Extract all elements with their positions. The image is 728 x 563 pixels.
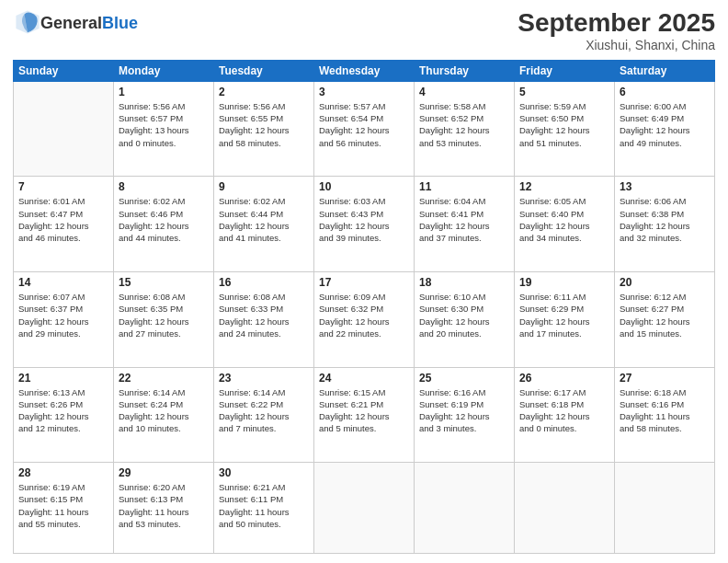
calendar-cell: 11Sunrise: 6:04 AM Sunset: 6:41 PM Dayli… [415, 177, 515, 272]
calendar-cell: 8Sunrise: 6:02 AM Sunset: 6:46 PM Daylig… [114, 177, 214, 272]
day-info: Sunrise: 5:56 AM Sunset: 6:57 PM Dayligh… [119, 100, 209, 149]
calendar-cell: 26Sunrise: 6:17 AM Sunset: 6:18 PM Dayli… [515, 367, 615, 463]
calendar-header: SundayMondayTuesdayWednesdayThursdayFrid… [14, 60, 715, 81]
calendar-cell: 15Sunrise: 6:08 AM Sunset: 6:35 PM Dayli… [114, 271, 214, 367]
day-info: Sunrise: 6:16 AM Sunset: 6:19 PM Dayligh… [419, 386, 509, 435]
calendar-week-5: 28Sunrise: 6:19 AM Sunset: 6:15 PM Dayli… [14, 463, 715, 554]
day-info: Sunrise: 6:08 AM Sunset: 6:35 PM Dayligh… [119, 291, 209, 339]
calendar-cell: 7Sunrise: 6:01 AM Sunset: 6:47 PM Daylig… [14, 177, 114, 272]
day-info: Sunrise: 6:01 AM Sunset: 6:47 PM Dayligh… [18, 195, 108, 244]
day-number: 15 [119, 276, 209, 289]
day-info: Sunrise: 6:12 AM Sunset: 6:27 PM Dayligh… [620, 291, 710, 339]
calendar-cell: 14Sunrise: 6:07 AM Sunset: 6:37 PM Dayli… [14, 271, 114, 367]
calendar-cell: 28Sunrise: 6:19 AM Sunset: 6:15 PM Dayli… [14, 463, 114, 554]
day-number: 9 [219, 180, 309, 193]
day-number: 19 [519, 276, 609, 289]
day-info: Sunrise: 6:10 AM Sunset: 6:30 PM Dayligh… [419, 291, 509, 339]
calendar-cell [314, 463, 415, 554]
day-number: 23 [219, 372, 309, 385]
calendar-cell: 25Sunrise: 6:16 AM Sunset: 6:19 PM Dayli… [415, 367, 515, 463]
day-number: 1 [119, 86, 209, 98]
day-number: 13 [620, 180, 710, 193]
day-number: 16 [219, 276, 309, 289]
calendar-cell: 27Sunrise: 6:18 AM Sunset: 6:16 PM Dayli… [615, 367, 715, 463]
calendar-cell: 19Sunrise: 6:11 AM Sunset: 6:29 PM Dayli… [515, 271, 615, 367]
day-info: Sunrise: 6:04 AM Sunset: 6:41 PM Dayligh… [419, 195, 509, 244]
day-number: 24 [319, 372, 409, 385]
calendar-cell: 1Sunrise: 5:56 AM Sunset: 6:57 PM Daylig… [114, 81, 214, 177]
day-info: Sunrise: 6:11 AM Sunset: 6:29 PM Dayligh… [519, 291, 609, 339]
day-number: 11 [419, 180, 509, 193]
header: General Blue September 2025 Xiushui, Sha… [13, 9, 715, 52]
day-header-sunday: Sunday [14, 60, 114, 81]
day-number: 22 [119, 372, 209, 385]
calendar-cell [415, 463, 515, 554]
day-number: 4 [419, 86, 509, 98]
day-info: Sunrise: 6:19 AM Sunset: 6:15 PM Dayligh… [18, 481, 108, 530]
day-number: 7 [18, 180, 108, 193]
day-info: Sunrise: 6:21 AM Sunset: 6:11 PM Dayligh… [219, 481, 309, 530]
calendar-cell: 5Sunrise: 5:59 AM Sunset: 6:50 PM Daylig… [515, 81, 615, 177]
calendar-cell: 24Sunrise: 6:15 AM Sunset: 6:21 PM Dayli… [314, 367, 415, 463]
calendar-cell: 22Sunrise: 6:14 AM Sunset: 6:24 PM Dayli… [114, 367, 214, 463]
day-header-monday: Monday [114, 60, 214, 81]
calendar-cell: 21Sunrise: 6:13 AM Sunset: 6:26 PM Dayli… [14, 367, 114, 463]
calendar-cell: 18Sunrise: 6:10 AM Sunset: 6:30 PM Dayli… [415, 271, 515, 367]
calendar-cell: 3Sunrise: 5:57 AM Sunset: 6:54 PM Daylig… [314, 81, 415, 177]
day-info: Sunrise: 6:05 AM Sunset: 6:40 PM Dayligh… [519, 195, 609, 244]
logo-icon [15, 9, 40, 35]
day-number: 10 [319, 180, 409, 193]
day-number: 17 [319, 276, 409, 289]
calendar-cell: 17Sunrise: 6:09 AM Sunset: 6:32 PM Dayli… [314, 271, 415, 367]
day-info: Sunrise: 6:06 AM Sunset: 6:38 PM Dayligh… [620, 195, 710, 244]
day-info: Sunrise: 5:57 AM Sunset: 6:54 PM Dayligh… [319, 100, 409, 149]
calendar-week-4: 21Sunrise: 6:13 AM Sunset: 6:26 PM Dayli… [14, 367, 715, 463]
day-info: Sunrise: 5:56 AM Sunset: 6:55 PM Dayligh… [219, 100, 309, 149]
title-area: September 2025 Xiushui, Shanxi, China [518, 9, 715, 52]
calendar-cell: 30Sunrise: 6:21 AM Sunset: 6:11 PM Dayli… [214, 463, 314, 554]
calendar-week-3: 14Sunrise: 6:07 AM Sunset: 6:37 PM Dayli… [14, 271, 715, 367]
calendar-cell [515, 463, 615, 554]
day-number: 3 [319, 86, 409, 98]
day-header-saturday: Saturday [615, 60, 715, 81]
calendar-body: 1Sunrise: 5:56 AM Sunset: 6:57 PM Daylig… [14, 81, 715, 553]
calendar-cell: 16Sunrise: 6:08 AM Sunset: 6:33 PM Dayli… [214, 271, 314, 367]
calendar-cell: 10Sunrise: 6:03 AM Sunset: 6:43 PM Dayli… [314, 177, 415, 272]
day-number: 8 [119, 180, 209, 193]
day-number: 26 [519, 372, 609, 385]
day-info: Sunrise: 6:14 AM Sunset: 6:22 PM Dayligh… [219, 386, 309, 435]
calendar-cell: 23Sunrise: 6:14 AM Sunset: 6:22 PM Dayli… [214, 367, 314, 463]
day-info: Sunrise: 6:13 AM Sunset: 6:26 PM Dayligh… [18, 386, 108, 435]
day-number: 12 [519, 180, 609, 193]
calendar-cell: 29Sunrise: 6:20 AM Sunset: 6:13 PM Dayli… [114, 463, 214, 554]
month-title: September 2025 [518, 9, 715, 38]
day-info: Sunrise: 6:02 AM Sunset: 6:46 PM Dayligh… [119, 195, 209, 244]
day-number: 5 [519, 86, 609, 98]
day-info: Sunrise: 5:58 AM Sunset: 6:52 PM Dayligh… [419, 100, 509, 149]
day-header-tuesday: Tuesday [214, 60, 314, 81]
day-number: 2 [219, 86, 309, 98]
calendar-cell [615, 463, 715, 554]
calendar-cell: 6Sunrise: 6:00 AM Sunset: 6:49 PM Daylig… [615, 81, 715, 177]
day-number: 20 [620, 276, 710, 289]
calendar-cell [14, 81, 114, 177]
day-info: Sunrise: 6:15 AM Sunset: 6:21 PM Dayligh… [319, 386, 409, 435]
calendar-cell: 2Sunrise: 5:56 AM Sunset: 6:55 PM Daylig… [214, 81, 314, 177]
calendar: SundayMondayTuesdayWednesdayThursdayFrid… [13, 60, 715, 554]
day-info: Sunrise: 6:08 AM Sunset: 6:33 PM Dayligh… [219, 291, 309, 339]
day-number: 28 [18, 466, 108, 479]
calendar-cell: 13Sunrise: 6:06 AM Sunset: 6:38 PM Dayli… [615, 177, 715, 272]
day-info: Sunrise: 6:00 AM Sunset: 6:49 PM Dayligh… [620, 100, 710, 149]
day-info: Sunrise: 6:18 AM Sunset: 6:16 PM Dayligh… [620, 386, 710, 435]
day-info: Sunrise: 5:59 AM Sunset: 6:50 PM Dayligh… [519, 100, 609, 149]
day-number: 25 [419, 372, 509, 385]
calendar-cell: 12Sunrise: 6:05 AM Sunset: 6:40 PM Dayli… [515, 177, 615, 272]
logo-general: General [40, 15, 102, 31]
day-info: Sunrise: 6:20 AM Sunset: 6:13 PM Dayligh… [119, 481, 209, 530]
day-info: Sunrise: 6:14 AM Sunset: 6:24 PM Dayligh… [119, 386, 209, 435]
subtitle: Xiushui, Shanxi, China [518, 38, 715, 52]
day-number: 27 [620, 372, 710, 385]
logo-blue: Blue [102, 15, 138, 31]
day-info: Sunrise: 6:17 AM Sunset: 6:18 PM Dayligh… [519, 386, 609, 435]
day-info: Sunrise: 6:09 AM Sunset: 6:32 PM Dayligh… [319, 291, 409, 339]
